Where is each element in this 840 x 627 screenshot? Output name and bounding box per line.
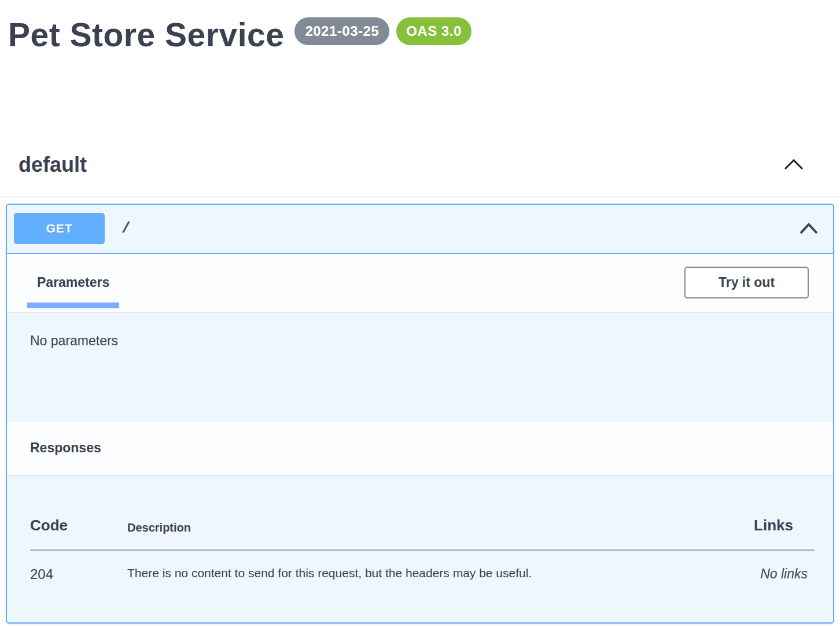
response-description: There is no content to send for this req… [127, 550, 728, 582]
tag-name: default [19, 151, 87, 178]
no-parameters-message: No parameters [30, 333, 118, 348]
table-row: 204 There is no content to send for this… [30, 550, 815, 582]
oas-version-badge: OAS 3.0 [396, 17, 471, 45]
responses-section-header: Responses [7, 422, 833, 475]
responses-title: Responses [30, 440, 101, 456]
responses-table-head: Code Description Links [30, 475, 815, 550]
http-method-badge: GET [14, 213, 105, 244]
tag-divider [0, 197, 840, 197]
response-code: 204 [30, 550, 127, 582]
tag-collapse-chevron-icon[interactable] [783, 157, 804, 171]
try-it-out-button[interactable]: Try it out [684, 267, 809, 298]
responses-table: Code Description Links 204 There is no c… [30, 475, 815, 582]
column-header-code: Code [30, 475, 127, 550]
response-links: No links [728, 550, 815, 582]
responses-table-container: Code Description Links 204 There is no c… [7, 475, 833, 622]
parameters-tab-label: Parameters [37, 275, 109, 290]
api-info-header: Pet Store Service2021-03-25OAS 3.0 [0, 0, 840, 54]
tab-parameters[interactable]: Parameters [27, 254, 119, 312]
tag-section-header[interactable]: default [0, 151, 840, 178]
operation-path: / [121, 220, 131, 237]
operation-summary[interactable]: GET / [7, 205, 833, 254]
parameters-section-header: Parameters Try it out [7, 254, 833, 312]
operation-collapse-chevron-icon[interactable] [799, 222, 819, 235]
operation-block-get: GET / Parameters Try it out No parameter… [6, 204, 834, 624]
version-badge: 2021-03-25 [294, 17, 389, 45]
column-header-links: Links [728, 475, 815, 550]
page-title: Pet Store Service [8, 16, 284, 53]
parameters-body: No parameters [7, 312, 833, 422]
active-tab-underline [27, 303, 119, 308]
column-header-description: Description [127, 475, 728, 550]
